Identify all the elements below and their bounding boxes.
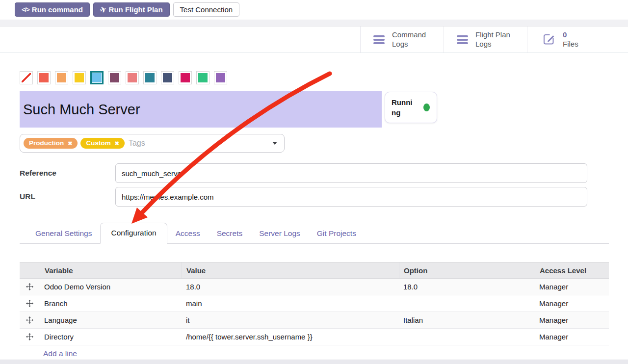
form-sheet: Such Much Server Running Production ✖ Cu… — [0, 71, 628, 362]
color-swatch-dark-purple[interactable] — [108, 71, 121, 84]
url-label: URL — [20, 192, 115, 201]
tab-access[interactable]: Access — [167, 224, 209, 243]
cell-value[interactable]: /home/{{ tower.server.ssh_username }} — [182, 333, 399, 341]
color-swatch-salmon[interactable] — [126, 71, 139, 84]
cell-value[interactable]: 18.0 — [182, 283, 399, 291]
reference-input[interactable] — [115, 163, 587, 183]
cell-access-level[interactable]: Manager — [535, 283, 609, 291]
drag-handle-icon[interactable] — [26, 283, 33, 290]
run-flight-plan-label: Run Flight Plan — [109, 6, 163, 13]
tag-production[interactable]: Production ✖ — [24, 138, 78, 149]
tab-configuration[interactable]: Configuration — [100, 223, 167, 244]
cell-option[interactable]: Italian — [399, 316, 535, 324]
plane-icon: ✈ — [99, 5, 107, 14]
color-swatch-purple[interactable] — [214, 71, 227, 84]
tags-field[interactable]: Production ✖ Custom ✖ Tags — [20, 134, 285, 153]
color-swatch-yellow[interactable] — [73, 71, 86, 84]
dropdown-caret-icon[interactable] — [272, 142, 277, 145]
remove-tag-icon[interactable]: ✖ — [68, 141, 72, 146]
list-icon — [373, 35, 385, 44]
drag-column-header — [20, 262, 40, 278]
tag-custom[interactable]: Custom ✖ — [80, 138, 124, 149]
table-header: Variable Value Option Access Level — [20, 262, 609, 279]
tab-server-logs[interactable]: Server Logs — [251, 224, 309, 243]
no-color-diagonal-icon — [22, 73, 31, 82]
tags-placeholder: Tags — [129, 139, 145, 148]
table-row[interactable]: Language it Italian Manager — [20, 312, 609, 329]
color-swatch-teal[interactable] — [143, 71, 157, 84]
drag-handle-icon[interactable] — [26, 300, 33, 307]
status-strip — [0, 20, 628, 26]
color-swatch-light-blue-selected[interactable] — [90, 71, 104, 84]
page-background-strip — [0, 360, 628, 364]
server-name-field[interactable]: Such Much Server — [20, 91, 382, 128]
url-row: URL — [20, 187, 628, 207]
configuration-table: Variable Value Option Access Level Odoo … — [20, 262, 609, 362]
list-icon — [457, 35, 468, 44]
color-swatch-fuchsia[interactable] — [179, 71, 192, 84]
color-swatch-navy[interactable] — [161, 71, 174, 84]
cell-value[interactable]: main — [182, 299, 399, 308]
tab-git-projects[interactable]: Git Projects — [309, 224, 365, 243]
column-header-access-level[interactable]: Access Level — [535, 262, 609, 278]
tag-label: Custom — [86, 140, 110, 147]
test-connection-button[interactable]: Test Connection — [173, 2, 240, 17]
cell-variable[interactable]: Language — [40, 316, 182, 324]
color-swatch-green[interactable] — [196, 71, 209, 84]
title-row: Such Much Server Running — [20, 91, 628, 128]
header-bar: Command Logs Flight Plan Logs 0 Files — [0, 26, 628, 53]
color-palette — [20, 71, 628, 85]
flight-plan-logs-button[interactable]: Flight Plan Logs — [444, 26, 527, 52]
cell-variable[interactable]: Odoo Demo Version — [40, 283, 182, 291]
column-header-value[interactable]: Value — [182, 262, 399, 278]
tab-general-settings[interactable]: General Settings — [27, 224, 100, 243]
cell-access-level[interactable]: Manager — [535, 333, 609, 341]
files-label: 0 Files — [563, 30, 578, 49]
status-dot-icon — [423, 104, 430, 111]
running-status-card[interactable]: Running — [385, 92, 437, 123]
column-header-option[interactable]: Option — [399, 262, 535, 278]
files-button[interactable]: 0 Files — [527, 26, 628, 52]
table-row[interactable]: Odoo Demo Version 18.0 18.0 Manager — [20, 279, 609, 295]
tab-secrets[interactable]: Secrets — [209, 224, 251, 243]
run-command-label: Run command — [32, 6, 83, 13]
cell-access-level[interactable]: Manager — [535, 299, 609, 308]
cell-value[interactable]: it — [182, 316, 399, 324]
drag-handle-icon[interactable] — [26, 333, 33, 340]
cell-option[interactable]: 18.0 — [399, 283, 535, 291]
server-name-text: Such Much Server — [23, 102, 140, 118]
remove-tag-icon[interactable]: ✖ — [115, 141, 119, 146]
tag-label: Production — [29, 140, 64, 147]
column-header-variable[interactable]: Variable — [40, 262, 182, 278]
url-input[interactable] — [115, 187, 587, 207]
reference-label: Reference — [20, 169, 115, 178]
drag-handle-icon[interactable] — [26, 316, 33, 324]
cell-access-level[interactable]: Manager — [535, 316, 609, 324]
flight-plan-logs-label: Flight Plan Logs — [475, 30, 510, 49]
cell-variable[interactable]: Branch — [40, 299, 182, 308]
command-logs-label: Command Logs — [392, 30, 426, 49]
table-row[interactable]: Branch main Manager — [20, 295, 609, 312]
command-logs-button[interactable]: Command Logs — [360, 26, 444, 52]
notebook-tabs: General Settings Configuration Access Se… — [20, 223, 609, 244]
run-flight-plan-button[interactable]: ✈ Run Flight Plan — [93, 2, 170, 17]
top-toolbar: </> Run command ✈ Run Flight Plan Test C… — [0, 0, 628, 17]
table-row[interactable]: Directory /home/{{ tower.server.ssh_user… — [20, 329, 609, 345]
color-swatch-no-color[interactable] — [20, 71, 33, 84]
color-swatch-orange[interactable] — [55, 71, 68, 84]
add-a-line-link[interactable]: Add a line — [43, 349, 77, 358]
edit-pencil-icon — [542, 33, 555, 46]
status-label: Running — [392, 97, 414, 118]
run-command-button[interactable]: </> Run command — [15, 2, 90, 17]
color-swatch-red[interactable] — [37, 71, 51, 84]
cell-variable[interactable]: Directory — [40, 333, 182, 341]
code-icon: </> — [22, 6, 29, 13]
reference-row: Reference — [20, 163, 628, 183]
